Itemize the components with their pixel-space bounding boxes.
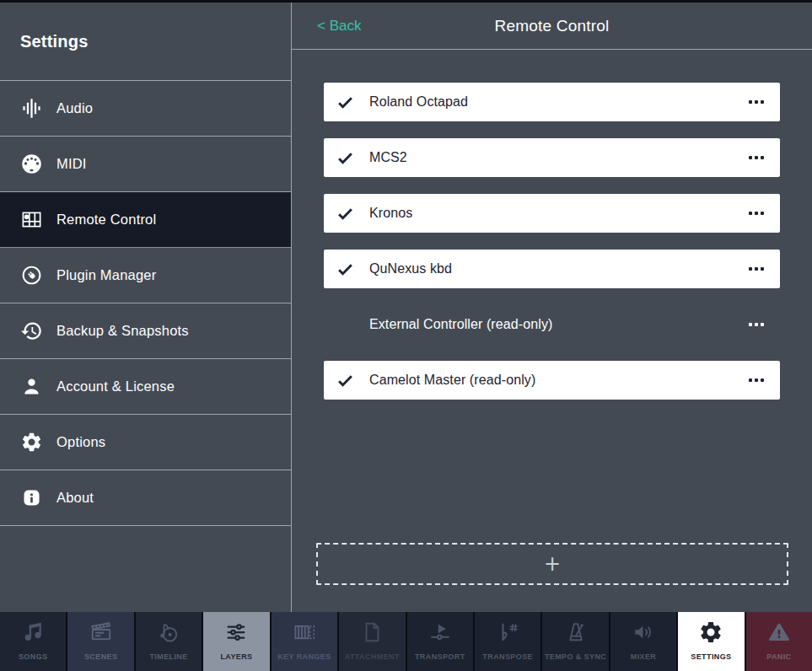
toolbar-tab-tempo-sync[interactable]: TEMPO & SYNC	[542, 612, 608, 671]
scenes-icon	[89, 612, 114, 652]
toolbar-tab-transport[interactable]: TRANSPORT	[407, 612, 473, 671]
device-row-qunexus-kbd[interactable]: QuNexus kbd	[324, 250, 780, 288]
remote-control-icon	[20, 208, 43, 231]
sidebar-item-options[interactable]: Options	[0, 415, 291, 470]
sidebar-item-plugin-manager[interactable]: Plugin Manager	[0, 248, 291, 303]
more-options-button[interactable]	[747, 205, 766, 222]
mixer-icon	[631, 612, 656, 652]
toolbar-tab-label: ATTACHMENT	[345, 652, 400, 661]
account-license-icon	[20, 375, 43, 398]
toolbar-tab-label: TIMELINE	[149, 652, 187, 661]
more-options-button[interactable]	[747, 372, 766, 389]
sidebar-header: Settings	[0, 3, 291, 81]
toolbar-tab-scenes[interactable]: SCENES	[67, 612, 133, 671]
layers-icon	[223, 612, 249, 652]
sidebar-item-label: Account & License	[56, 378, 175, 395]
back-button[interactable]: < Back	[317, 18, 361, 35]
sidebar-item-backup-snapshots[interactable]: Backup & Snapshots	[0, 303, 291, 359]
sidebar-item-audio[interactable]: Audio	[0, 81, 291, 137]
main-header: < Back Remote Control	[292, 3, 812, 50]
sidebar-item-label: Backup & Snapshots	[56, 323, 189, 339]
toolbar-tab-label: TRANSPORT	[415, 652, 465, 661]
more-options-button[interactable]	[747, 149, 766, 166]
device-label: External Controller (read-only)	[369, 317, 747, 332]
toolbar-tab-key-ranges[interactable]: KEY RANGES	[272, 612, 337, 671]
sidebar-menu: AudioMIDIRemote ControlPlugin ManagerBac…	[0, 81, 291, 526]
device-label: Camelot Master (read-only)	[369, 373, 747, 388]
more-options-icon	[749, 212, 764, 215]
midi-icon	[20, 153, 43, 175]
device-row-external-controller-read-only[interactable]: External Controller (read-only)	[324, 305, 780, 344]
sidebar-item-label: About	[56, 490, 94, 506]
device-label: QuNexus kbd	[369, 261, 747, 276]
transpose-icon	[495, 612, 520, 652]
device-row-kronos[interactable]: Kronos	[324, 194, 780, 233]
more-options-button[interactable]	[747, 94, 766, 110]
backup-snapshots-icon	[20, 319, 43, 342]
check-icon	[336, 205, 354, 223]
page-title: Remote Control	[292, 17, 812, 35]
toolbar-tab-label: TEMPO & SYNC	[545, 652, 606, 661]
toolbar-tab-transpose[interactable]: TRANSPOSE	[475, 612, 540, 671]
add-device-button[interactable]: +	[316, 543, 788, 585]
more-options-button[interactable]	[747, 260, 766, 277]
toolbar-tab-label: TRANSPOSE	[482, 652, 533, 661]
content-row: Settings AudioMIDIRemote ControlPlugin M…	[0, 3, 812, 612]
more-options-icon	[749, 100, 764, 104]
settings-sidebar: Settings AudioMIDIRemote ControlPlugin M…	[0, 3, 292, 612]
sidebar-item-midi[interactable]: MIDI	[0, 137, 291, 192]
toolbar-tab-label: SCENES	[84, 652, 117, 661]
toolbar-tab-label: MIXER	[631, 652, 657, 661]
check-icon	[336, 94, 354, 111]
sidebar-item-label: Audio	[56, 100, 93, 116]
more-options-button[interactable]	[747, 316, 766, 333]
bottom-toolbar: SONGSSCENESTIMELINELAYERSKEY RANGESATTAC…	[0, 612, 812, 671]
toolbar-tab-songs[interactable]: SONGS	[0, 612, 66, 671]
toolbar-tab-label: SONGS	[19, 652, 48, 661]
timeline-icon	[156, 612, 181, 652]
sidebar-title: Settings	[20, 32, 89, 51]
toolbar-tab-mixer[interactable]: MIXER	[610, 612, 676, 671]
plugin-manager-icon	[20, 264, 43, 287]
more-options-icon	[749, 267, 764, 271]
tempo-icon	[563, 612, 589, 652]
sidebar-item-label: MIDI	[56, 156, 87, 172]
device-label: Kronos	[369, 206, 747, 221]
toolbar-tab-timeline[interactable]: TIMELINE	[136, 612, 202, 671]
toolbar-tab-label: SETTINGS	[691, 652, 731, 661]
sidebar-item-label: Options	[56, 434, 105, 450]
check-icon	[336, 372, 354, 389]
sidebar-item-account-license[interactable]: Account & License	[0, 359, 291, 415]
device-label: MCS2	[369, 150, 747, 165]
toolbar-tab-settings[interactable]: SETTINGS	[678, 612, 744, 671]
more-options-icon	[749, 323, 764, 326]
toolbar-tab-label: PANIC	[766, 652, 791, 661]
device-row-roland-octapad[interactable]: Roland Octapad	[324, 83, 780, 121]
device-label: Roland Octapad	[369, 94, 747, 110]
more-options-icon	[749, 156, 764, 159]
panic-icon	[766, 612, 792, 652]
device-list: Roland OctapadMCS2KronosQuNexus kbdExter…	[324, 83, 780, 416]
toolbar-tab-label: KEY RANGES	[277, 652, 331, 661]
transport-icon	[428, 612, 453, 652]
attachment-icon	[359, 612, 384, 652]
sidebar-item-about[interactable]: About	[0, 470, 291, 526]
songs-icon	[20, 612, 46, 652]
app-window: Settings AudioMIDIRemote ControlPlugin M…	[0, 0, 812, 671]
device-row-mcs2[interactable]: MCS2	[324, 138, 780, 177]
more-options-icon	[749, 378, 764, 382]
device-row-camelot-master-read-only[interactable]: Camelot Master (read-only)	[324, 361, 780, 400]
toolbar-tab-attachment[interactable]: ATTACHMENT	[339, 612, 405, 671]
sidebar-item-label: Remote Control	[56, 212, 156, 228]
sidebar-item-remote-control[interactable]: Remote Control	[0, 192, 291, 248]
about-icon	[20, 486, 43, 509]
remote-control-panel: < Back Remote Control Roland OctapadMCS2…	[292, 3, 812, 612]
plus-icon: +	[544, 554, 561, 574]
options-icon	[20, 431, 43, 454]
check-icon	[336, 260, 354, 278]
keyranges-icon	[292, 612, 317, 652]
toolbar-tab-layers[interactable]: LAYERS	[203, 612, 269, 671]
toolbar-tab-panic[interactable]: PANIC	[746, 612, 812, 671]
check-icon	[336, 149, 354, 167]
sidebar-item-label: Plugin Manager	[56, 267, 156, 283]
